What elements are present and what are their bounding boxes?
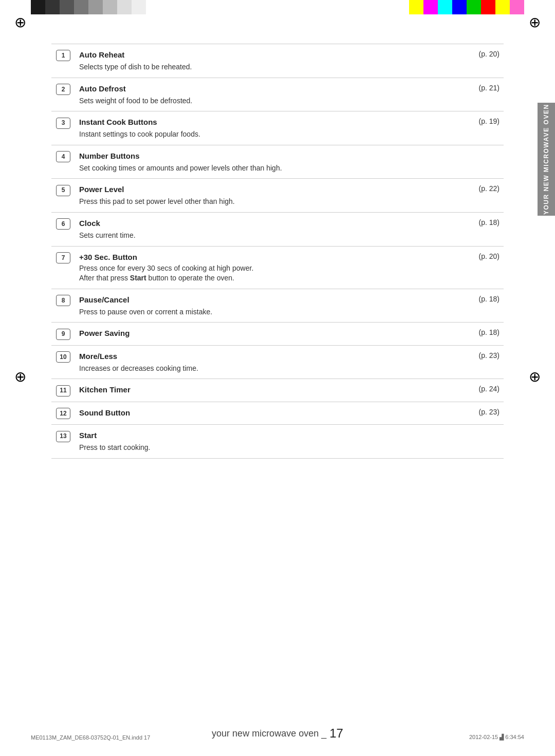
row-page-ref: (p. 18) [462,289,504,323]
feature-name: Power Saving [79,328,458,338]
feature-desc: Press once for every 30 secs of cooking … [79,263,458,284]
row-number-badge: 10 [56,351,70,363]
row-number-badge: 4 [56,151,70,162]
row-page-ref [462,425,504,459]
feature-desc: Instant settings to cook popular foods. [79,130,200,138]
row-page-ref: (p. 21) [462,78,504,111]
table-row: 6ClockSets current time.(p. 18) [51,212,504,246]
row-number-cell: 13 [51,425,75,459]
feature-desc: Set cooking times or amounts and power l… [79,164,282,172]
row-number-badge: 5 [56,185,70,196]
feature-name: More/Less [79,351,458,362]
table-row: 11Kitchen Timer(p. 24) [51,379,504,402]
row-description-cell: Auto ReheatSelects type of dish to be re… [75,44,462,78]
row-number-cell: 2 [51,78,75,111]
row-page-ref: (p. 18) [462,323,504,345]
row-description-cell: Sound Button [75,402,462,424]
row-page-ref: (p. 18) [462,212,504,246]
feature-name: Pause/Cancel [79,294,458,305]
row-number-badge: 11 [56,385,70,396]
row-description-cell: Instant Cook ButtonsInstant settings to … [75,111,462,145]
feature-name: Auto Reheat [79,49,458,60]
registration-mark-tr: ⊕ [529,15,541,30]
row-description-cell: StartPress to start cooking. [75,425,462,459]
feature-desc: Press to start cooking. [79,443,151,451]
row-number-badge: 9 [56,329,70,340]
main-content: 1Auto ReheatSelects type of dish to be r… [51,44,504,700]
feature-desc: Selects type of dish to be reheated. [79,63,192,71]
feature-name: Power Level [79,184,458,195]
row-number-cell: 12 [51,402,75,424]
footer-text: your new microwave oven _ [212,728,326,739]
row-page-ref [462,145,504,179]
table-row: 7+30 Sec. ButtonPress once for every 30 … [51,246,504,289]
row-page-ref: (p. 19) [462,111,504,145]
row-number-cell: 9 [51,323,75,345]
row-description-cell: More/LessIncreases or decreases cooking … [75,345,462,379]
feature-desc: Increases or decreases cooking time. [79,364,198,372]
row-number-badge: 7 [56,252,70,263]
row-description-cell: +30 Sec. ButtonPress once for every 30 s… [75,246,462,289]
table-row: 3Instant Cook ButtonsInstant settings to… [51,111,504,145]
table-row: 12Sound Button(p. 23) [51,402,504,424]
row-description-cell: ClockSets current time. [75,212,462,246]
table-row: 2Auto DefrostSets weight of food to be d… [51,78,504,111]
feature-name: Clock [79,218,458,229]
row-page-ref: (p. 23) [462,402,504,424]
table-row: 10More/LessIncreases or decreases cookin… [51,345,504,379]
row-number-cell: 3 [51,111,75,145]
row-number-badge: 1 [56,50,70,61]
footer-page: 17 [329,726,343,741]
row-description-cell: Number ButtonsSet cooking times or amoun… [75,145,462,179]
feature-name: Number Buttons [79,150,458,161]
feature-name: +30 Sec. Button [79,252,458,262]
feature-desc: Press this pad to set power level other … [79,197,235,205]
footer-right: 2012-02-15 ▟ 6:34:54 [469,734,524,741]
feature-desc: Sets current time. [79,231,136,239]
row-description-cell: Kitchen Timer [75,379,462,402]
row-description-cell: Pause/CancelPress to pause oven or corre… [75,289,462,323]
feature-desc: Sets weight of food to be defrosted. [79,97,192,105]
feature-desc: Press to pause oven or corrent a mistake… [79,308,212,316]
registration-mark-mr: ⊕ [529,370,541,384]
row-number-badge: 12 [56,408,70,419]
feature-name: Auto Defrost [79,83,458,94]
table-row: 9Power Saving(p. 18) [51,323,504,345]
feature-table: 1Auto ReheatSelects type of dish to be r… [51,44,504,459]
row-page-ref: (p. 22) [462,179,504,213]
row-number-cell: 6 [51,212,75,246]
row-number-cell: 1 [51,44,75,78]
row-number-badge: 8 [56,295,70,306]
row-number-cell: 7 [51,246,75,289]
row-number-badge: 3 [56,118,70,129]
row-page-ref: (p. 20) [462,44,504,78]
table-row: 1Auto ReheatSelects type of dish to be r… [51,44,504,78]
registration-mark-ml: ⊕ [14,370,26,384]
table-row: 4Number ButtonsSet cooking times or amou… [51,145,504,179]
row-number-cell: 10 [51,345,75,379]
feature-name: Kitchen Timer [79,384,458,395]
table-row: 8Pause/CancelPress to pause oven or corr… [51,289,504,323]
feature-name: Sound Button [79,407,458,418]
row-page-ref: (p. 23) [462,345,504,379]
feature-name: Instant Cook Buttons [79,117,458,127]
row-description-cell: Power Saving [75,323,462,345]
color-strip-left [31,0,146,14]
row-number-cell: 8 [51,289,75,323]
footer-left: ME0113M_ZAM_DE68-03752Q-01_EN.indd 17 [31,734,150,741]
sidebar-label: YOUR NEW MICROWAVE OVEN [538,103,555,216]
feature-name: Start [79,430,458,441]
row-page-ref: (p. 20) [462,246,504,289]
row-number-badge: 13 [56,431,70,442]
row-description-cell: Power LevelPress this pad to set power l… [75,179,462,213]
row-number-cell: 4 [51,145,75,179]
color-strip-right [409,0,524,14]
table-row: 5Power LevelPress this pad to set power … [51,179,504,213]
row-description-cell: Auto DefrostSets weight of food to be de… [75,78,462,111]
row-number-badge: 2 [56,84,70,95]
row-number-cell: 5 [51,179,75,213]
row-page-ref: (p. 24) [462,379,504,402]
row-number-badge: 6 [56,218,70,230]
row-number-cell: 11 [51,379,75,402]
table-row: 13StartPress to start cooking. [51,425,504,459]
